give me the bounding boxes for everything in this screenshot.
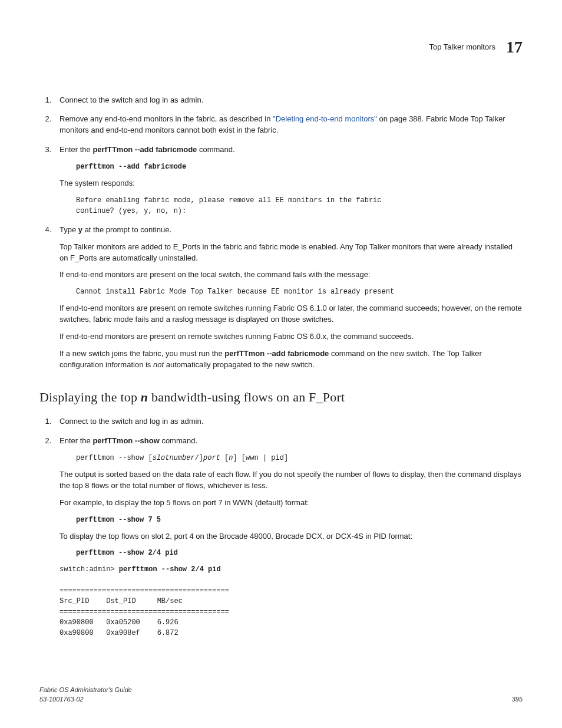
- step-a4: Type y at the prompt to continue. Top Ta…: [54, 225, 523, 371]
- step-a2: Remove any end-to-end monitors in the fa…: [54, 114, 523, 136]
- page-footer: Fabric OS Administrator's Guide 53-10017…: [39, 686, 523, 704]
- syntax-p2: /]: [195, 454, 203, 462]
- step-a4-p5-not: not: [153, 360, 164, 369]
- syntax-p4: ] [wwn | pid]: [233, 454, 288, 462]
- footer-left: Fabric OS Administrator's Guide 53-10017…: [39, 686, 132, 704]
- footer-book: Fabric OS Administrator's Guide: [39, 686, 132, 695]
- step-b1-text: Connect to the switch and log in as admi…: [59, 416, 523, 427]
- step-b2-text: Enter the perfTTmon --show command.: [59, 436, 523, 447]
- code-a4-err: Cannot install Fabric Mode Top Talker be…: [76, 286, 523, 297]
- code-b2-ex1: perfttmon --show 7 5: [76, 515, 523, 525]
- step-a4-post: at the prompt to continue.: [82, 225, 171, 234]
- step-a4-p5: If a new switch joins the fabric, you mu…: [59, 348, 523, 371]
- code-a3-resp: Before enabling fabric mode, please remo…: [76, 195, 523, 216]
- code-b2-prompt-cmd: perfttmon --show 2/4 pid: [119, 565, 221, 574]
- step-a3-resp-label: The system responds:: [59, 178, 523, 189]
- step-b2-p3: To display the top flows on slot 2, port…: [59, 531, 523, 542]
- heading-b-pre: Displaying the top: [39, 390, 141, 404]
- heading-b-n: n: [141, 390, 148, 404]
- step-a4-p5-post: automatically propagated to the new swit…: [164, 360, 315, 369]
- running-header: Top Talker monitors 17: [39, 35, 523, 60]
- syntax-i2: port: [203, 454, 220, 462]
- step-a4-p4: If end-to-end monitors are present on re…: [59, 331, 523, 342]
- code-b2-session: switch:admin> perfttmon --show 2/4 pid =…: [59, 564, 523, 638]
- chapter-number: 17: [506, 35, 523, 60]
- step-a4-key: y: [78, 225, 82, 234]
- procedure-b: Connect to the switch and log in as admi…: [39, 416, 523, 638]
- step-a4-p5-cmd: perfTTmon --add fabricmode: [224, 349, 329, 358]
- step-a2-pre: Remove any end-to-end monitors in the fa…: [59, 114, 273, 123]
- heading-b-post: bandwidth-using flows on an F_Port: [148, 390, 345, 404]
- step-b2-cmd: perfTTmon --show: [92, 436, 159, 445]
- step-a2-text: Remove any end-to-end monitors in the fa…: [59, 114, 523, 136]
- step-a4-p5-pre: If a new switch joins the fabric, you mu…: [59, 349, 224, 358]
- code-a3-cmd-text: perfttmon --add fabricmode: [76, 163, 186, 171]
- step-b1: Connect to the switch and log in as admi…: [54, 416, 523, 427]
- step-b2-post: command.: [160, 436, 197, 445]
- step-a4-p2: If end-to-end monitors are present on th…: [59, 269, 523, 281]
- code-b2-ex2-text: perfttmon --show 2/4 pid: [76, 549, 178, 557]
- header-title: Top Talker monitors: [429, 42, 495, 53]
- code-a3-cmd: perfttmon --add fabricmode: [76, 162, 523, 172]
- step-b2: Enter the perfTTmon --show command. perf…: [54, 436, 523, 638]
- syntax-p1: perfttmon --show [: [76, 454, 153, 462]
- step-a4-text: Type y at the prompt to continue.: [59, 225, 523, 236]
- step-a3-cmd: perfTTmon --add fabricmode: [92, 145, 197, 154]
- syntax-p3: [: [220, 454, 229, 462]
- syntax-i1: slotnumber: [153, 454, 195, 462]
- code-b2-prompt: switch:admin>: [59, 565, 119, 574]
- step-a3: Enter the perfTTmon --add fabricmode com…: [54, 144, 523, 216]
- step-a4-p1: Top Talker monitors are added to E_Ports…: [59, 242, 523, 264]
- step-a4-p3: If end-to-end monitors are present on re…: [59, 303, 523, 325]
- step-b2-p1: The output is sorted based on the data r…: [59, 469, 523, 492]
- step-a3-pre: Enter the: [59, 145, 92, 154]
- section-heading-b: Displaying the top n bandwidth-using flo…: [39, 388, 523, 407]
- code-b2-ex2: perfttmon --show 2/4 pid: [76, 548, 523, 558]
- step-a1-text: Connect to the switch and log in as admi…: [59, 95, 523, 106]
- link-deleting-monitors[interactable]: "Deleting end-to-end monitors": [273, 114, 377, 123]
- step-a1: Connect to the switch and log in as admi…: [54, 95, 523, 106]
- step-a4-pre: Type: [59, 225, 78, 234]
- step-a3-text: Enter the perfTTmon --add fabricmode com…: [59, 144, 523, 156]
- step-b2-p2: For example, to display the top 5 flows …: [59, 498, 523, 509]
- code-b2-ex1-text: perfttmon --show 7 5: [76, 516, 161, 524]
- code-b2-syntax: perfttmon --show [slotnumber/]port [n] […: [76, 453, 523, 463]
- step-a3-post: command.: [197, 145, 234, 154]
- footer-docnum: 53-1001763-02: [39, 695, 132, 704]
- footer-page: 395: [512, 695, 523, 704]
- code-b2-output: ========================================…: [59, 587, 229, 637]
- procedure-a: Connect to the switch and log in as admi…: [39, 95, 523, 371]
- step-b2-pre: Enter the: [59, 436, 92, 445]
